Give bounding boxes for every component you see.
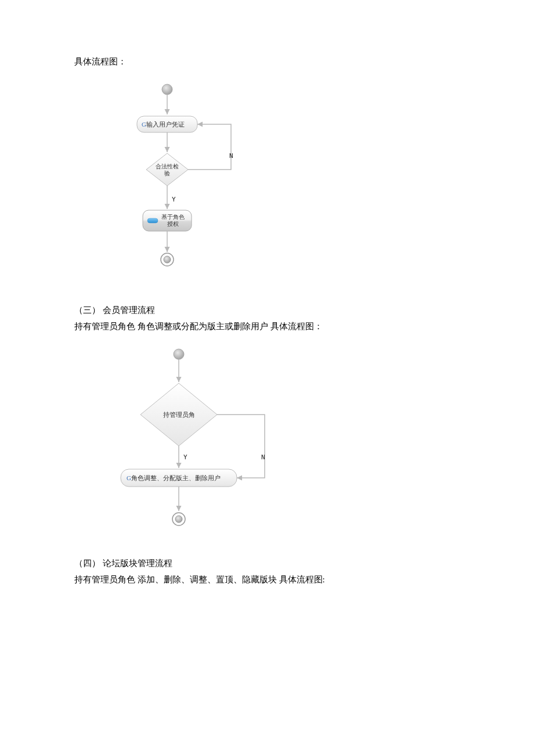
- input-prefix-label: G: [142, 121, 146, 128]
- no-label: N: [229, 152, 233, 160]
- flowchart-login: G 输入用户凭证 合法性检 验 N Y 基于角色 授权: [109, 82, 260, 280]
- yes-label: Y: [183, 453, 187, 461]
- section-3-desc: 持有管理员角色 角色调整或分配为版主或删除用户 具体流程图：: [74, 319, 460, 333]
- validity-check-label-2: 验: [164, 170, 170, 177]
- role-adjust-label: 角色调整、分配版主、删除用户: [131, 474, 221, 481]
- input-credentials-label: 输入用户凭证: [146, 121, 185, 128]
- intro-text: 具体流程图：: [74, 55, 460, 69]
- role-auth-label-1: 基于角色: [161, 214, 185, 220]
- admin-role-check-label: 持管理员角: [163, 411, 195, 418]
- start-node-icon: [162, 84, 172, 95]
- no-label: N: [261, 453, 265, 461]
- yes-label: Y: [172, 196, 176, 203]
- flowchart-member-management: 持管理员角 Y N G 角色调整、分配版主、删除用户: [109, 347, 295, 533]
- section-3-title: （三） 会员管理流程: [74, 303, 460, 317]
- end-node-icon: [175, 516, 182, 523]
- role-adjust-prefix: G: [127, 474, 131, 481]
- validity-check-label-1: 合法性检: [156, 163, 179, 170]
- section-4-title: （四） 论坛版块管理流程: [74, 556, 460, 570]
- start-node-icon: [174, 349, 184, 359]
- end-node-icon: [164, 256, 171, 263]
- pill-icon: [147, 218, 158, 223]
- validity-check-node: [146, 153, 188, 186]
- role-auth-label-2: 授权: [167, 221, 179, 227]
- section-4-desc: 持有管理员角色 添加、删除、调整、置顶、隐藏版块 具体流程图:: [74, 573, 460, 586]
